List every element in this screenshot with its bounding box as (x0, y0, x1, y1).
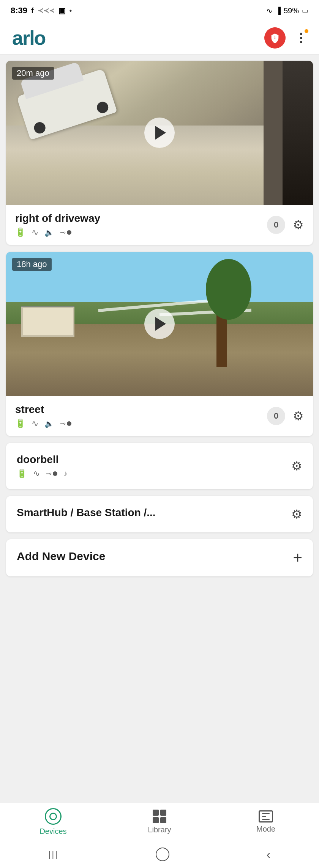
battery-display: 59% (284, 6, 299, 15)
nav-item-library[interactable]: Library (106, 810, 213, 834)
fb-icon: f (31, 6, 34, 15)
camera-info-street: street 🔋 ∿ 🔈 ⊸ 0 ⚙ (6, 396, 313, 436)
timestamp-driveway: 20m ago (12, 67, 54, 80)
header-actions: ⋮ (264, 27, 307, 49)
battery-icon-doorbell: 🔋 (17, 469, 27, 479)
wifi-icon-doorbell: ∿ (33, 469, 40, 479)
volume-icon-driveway: 🔈 (44, 228, 54, 237)
notification-badge-driveway: 0 (267, 216, 285, 234)
nav-label-library: Library (148, 826, 171, 834)
camera-card-street: 18h ago street 🔋 ∿ 🔈 ⊸ 0 ⚙ (6, 252, 313, 436)
arlo-logo: arlo (12, 27, 45, 49)
mode-icon (259, 810, 273, 822)
grid-cell-3 (153, 817, 159, 823)
bottom-nav: Devices Library Mode (0, 803, 319, 841)
main-content: 20m ago right of driveway 🔋 ∿ 🔈 ⊸ 0 (0, 55, 319, 651)
alert-button[interactable] (264, 27, 286, 49)
camera-thumbnail-street[interactable]: 18h ago (6, 252, 313, 396)
camera-name-driveway: right of driveway (15, 212, 267, 224)
sim-icon: ▣ (58, 6, 66, 15)
add-device-info: Add New Device (17, 550, 293, 566)
camera-name-street: street (15, 403, 267, 416)
camera-info-left-street: street 🔋 ∿ 🔈 ⊸ (15, 403, 267, 429)
camera-card-driveway: 20m ago right of driveway 🔋 ∿ 🔈 ⊸ 0 (6, 61, 313, 245)
devices-icon (45, 808, 62, 825)
recent-apps-button[interactable]: ||| (49, 849, 58, 859)
device-card-smarthub: SmartHub / Base Station /... ⚙ (6, 496, 313, 532)
status-bar: 8:39 f ≺≺≺ ▣ • ∿ ▐ 59% ▭ (0, 0, 319, 21)
flower-bed (21, 306, 74, 337)
more-icon: ⋮ (295, 31, 307, 45)
play-button-street[interactable] (144, 309, 175, 339)
camera-status-street: 🔋 ∿ 🔈 ⊸ (15, 419, 267, 429)
camera-status-driveway: 🔋 ∿ 🔈 ⊸ (15, 228, 267, 237)
timestamp-text-driveway: 20m ago (17, 68, 49, 78)
wifi-icon-driveway: ∿ (32, 228, 38, 237)
grid-cell-2 (160, 810, 166, 816)
time-display: 8:39 (11, 6, 27, 16)
dot-icon: • (69, 7, 72, 15)
system-nav: ||| ‹ (0, 841, 319, 868)
bottom-spacer (6, 583, 313, 651)
back-button[interactable]: ‹ (266, 848, 270, 862)
timestamp-text-street: 18h ago (17, 259, 47, 269)
play-triangle-driveway (155, 126, 166, 140)
camera-info-driveway: right of driveway 🔋 ∿ 🔈 ⊸ 0 ⚙ (6, 205, 313, 245)
grid-cell-1 (153, 810, 159, 816)
motion-icon-street: ⊸ (60, 419, 71, 428)
app-header: arlo ⋮ (0, 21, 319, 55)
doorbell-name: doorbell (17, 454, 291, 466)
doorbell-info: doorbell 🔋 ∿ ⊸ ♪ (17, 454, 291, 479)
motion-icon-doorbell: ⊸ (46, 469, 57, 478)
grid-cell-4 (160, 817, 166, 823)
battery-icon-driveway: 🔋 (15, 228, 25, 237)
battery-icon-street: 🔋 (15, 419, 25, 429)
wifi-icon-street: ∿ (32, 419, 38, 429)
notification-badge-street: 0 (267, 407, 285, 425)
add-device-label: Add New Device (17, 550, 293, 563)
camera-thumbnail-driveway[interactable]: 20m ago (6, 61, 313, 205)
smarthub-info: SmartHub / Base Station /... (17, 507, 291, 522)
more-notification-dot (305, 29, 308, 33)
nav-label-mode: Mode (256, 825, 275, 833)
mode-line-2 (262, 816, 266, 817)
wifi-status-icon: ∿ (266, 6, 273, 15)
camera-info-right-driveway: 0 ⚙ (267, 216, 304, 234)
notification-icons: ≺≺≺ (38, 6, 55, 15)
status-time: 8:39 f ≺≺≺ ▣ • (11, 6, 72, 16)
smarthub-name: SmartHub / Base Station /... (17, 507, 291, 519)
timestamp-street: 18h ago (12, 258, 52, 271)
device-card-doorbell: doorbell 🔋 ∿ ⊸ ♪ ⚙ (6, 443, 313, 489)
nav-item-devices[interactable]: Devices (0, 808, 106, 836)
volume-icon-street: 🔈 (44, 419, 54, 428)
motion-icon-driveway: ⊸ (60, 228, 71, 237)
settings-button-smarthub[interactable]: ⚙ (291, 507, 302, 521)
battery-icon: ▭ (302, 6, 308, 15)
play-triangle-street (155, 317, 166, 331)
signal-bars-icon: ▐ (276, 7, 281, 15)
home-button[interactable] (156, 848, 169, 861)
nav-item-mode[interactable]: Mode (213, 810, 319, 833)
doorbell-status-icons: 🔋 ∿ ⊸ ♪ (17, 469, 291, 479)
shield-alert-icon (270, 33, 280, 43)
add-icon: + (293, 550, 302, 566)
play-button-driveway[interactable] (144, 118, 175, 148)
nav-label-devices: Devices (39, 827, 66, 836)
settings-button-street[interactable]: ⚙ (293, 409, 304, 423)
more-button[interactable]: ⋮ (295, 31, 307, 45)
settings-button-driveway[interactable]: ⚙ (293, 218, 304, 232)
mode-line-1 (262, 813, 270, 814)
library-icon (153, 810, 166, 823)
tree-top (206, 259, 251, 320)
status-right: ∿ ▐ 59% ▭ (266, 6, 308, 15)
add-device-card[interactable]: Add New Device + (6, 539, 313, 576)
settings-button-doorbell[interactable]: ⚙ (291, 459, 302, 473)
camera-info-right-street: 0 ⚙ (267, 407, 304, 425)
chime-icon-doorbell: ♪ (63, 469, 68, 479)
mode-line-3 (262, 819, 270, 820)
camera-info-left-driveway: right of driveway 🔋 ∿ 🔈 ⊸ (15, 212, 267, 237)
